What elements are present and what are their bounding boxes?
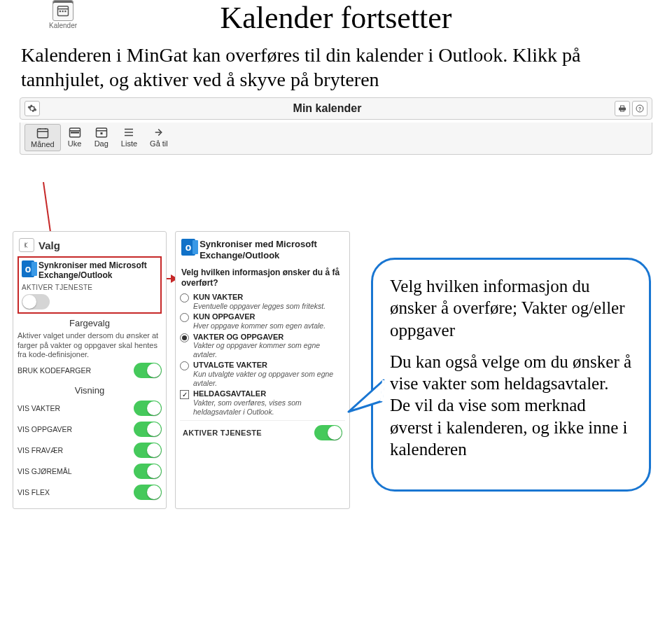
intro-text: Kalenderen i MinGat kan overføres til di… [21, 43, 651, 92]
tab-dag-label: Dag [94, 139, 108, 148]
svg-text:?: ? [638, 106, 641, 111]
calendar-icon [52, 0, 74, 21]
page-title: Kalender fortsetter [42, 0, 630, 36]
tab-maned-label: Måned [31, 140, 55, 148]
callout-tail-icon [345, 373, 387, 425]
radio-icon [180, 361, 189, 370]
vis-oppgaver-toggle[interactable] [134, 422, 162, 437]
svg-rect-16 [100, 132, 102, 134]
sync-options-card: o Synkroniser med Microsoft Exchange/Out… [175, 231, 350, 509]
vis-gjoremal-toggle[interactable] [134, 464, 162, 479]
help-button[interactable]: ? [632, 101, 648, 116]
row-kodefarger: BRUK KODEFARGER [18, 360, 162, 381]
opt-kun-oppgaver[interactable]: KUN OPPGAVER Hver oppgave kommer som ege… [180, 312, 345, 330]
callout-p2: Du kan også velge om du ønsker å vise va… [390, 351, 632, 460]
aktiver-label: AKTIVER TJENESTE [22, 284, 158, 291]
radio-selected-icon [180, 333, 189, 342]
opt-utvalgte-vakter[interactable]: UTVALGTE VAKTER Kun utvalgte vakter og o… [180, 361, 345, 387]
print-icon [618, 104, 626, 113]
vis-gjoremal-label: VIS GJØREMÅL [18, 467, 72, 475]
calendar-toolbar: Min kalender ? [20, 97, 652, 120]
opt-utvalgte-vakter-label: UTVALGTE VAKTER [193, 361, 345, 370]
tab-liste-label: Liste [121, 139, 137, 148]
kalender-launcher: Kalender [49, 0, 77, 29]
calendar-week-icon [68, 126, 82, 139]
aktiver-toggle-on[interactable] [314, 425, 342, 440]
opt-kun-vakter[interactable]: KUN VAKTER Eventuelle oppgaver legges so… [180, 293, 345, 310]
kodefarger-label: BRUK KODEFARGER [18, 366, 91, 375]
print-button[interactable] [615, 101, 630, 116]
options-sync-title: Synkroniser med Microsoft Exchange/Outlo… [200, 239, 344, 260]
fargevalg-desc: Aktiver valget under dersom du ønsker at… [18, 331, 162, 360]
sync-outlook-section[interactable]: o Synkroniser med Microsoft Exchange/Out… [18, 256, 162, 314]
gear-icon [27, 104, 37, 113]
kodefarger-toggle[interactable] [134, 363, 162, 378]
opt-kun-vakter-desc: Eventuelle oppgaver legges som fritekst. [193, 302, 326, 311]
back-icon [22, 241, 31, 249]
callout-p1: Velg hvilken informasjon du ønsker å ove… [390, 275, 632, 341]
outlook-icon: o [22, 260, 34, 277]
fargevalg-title: Fargevalg [18, 318, 162, 328]
tab-uke-label: Uke [68, 139, 82, 148]
radio-icon [180, 293, 189, 302]
tab-dag[interactable]: Dag [89, 124, 114, 151]
sync-title: Synkroniser med Microsoft Exchange/Outlo… [38, 260, 158, 281]
calendar-month-icon [36, 127, 50, 139]
vis-vakter-toggle[interactable] [134, 401, 162, 416]
vis-flex-label: VIS FLEX [18, 488, 50, 496]
callout-bubble: Velg hvilken informasjon du ønsker å ove… [371, 258, 651, 492]
row-vis-oppgaver: VIS OPPGAVER [18, 419, 162, 440]
row-vis-fravaer: VIS FRAVÆR [18, 440, 162, 461]
view-tabs: Måned Uke Dag Liste Gå til [20, 123, 652, 155]
opt-heldagsavtaler-desc: Vakter, som overføres, vises som heldags… [193, 398, 345, 416]
back-button[interactable] [19, 238, 34, 252]
vis-oppgaver-label: VIS OPPGAVER [18, 425, 72, 433]
aktiver-toggle-off[interactable] [22, 294, 50, 309]
outlook-icon: o [181, 239, 195, 256]
calendar-day-icon [94, 126, 108, 139]
vis-vakter-label: VIS VAKTER [18, 404, 60, 412]
radio-icon [180, 313, 189, 322]
opt-vakter-og-oppgaver-label: VAKTER OG OPPGAVER [193, 333, 345, 342]
opt-vakter-og-oppgaver-desc: Vakter og oppgaver kommer som egne avtal… [193, 341, 345, 359]
opt-vakter-og-oppgaver[interactable]: VAKTER OG OPPGAVER Vakter og oppgaver ko… [180, 333, 345, 359]
tab-maned[interactable]: Måned [24, 124, 61, 151]
tab-uke[interactable]: Uke [62, 124, 88, 151]
vis-fravaer-label: VIS FRAVÆR [18, 446, 63, 454]
valg-card: Valg o Synkroniser med Microsoft Exchang… [13, 231, 167, 509]
visning-title: Visning [18, 385, 162, 396]
goto-icon [152, 126, 166, 139]
svg-point-10 [45, 128, 46, 130]
svg-rect-7 [37, 129, 48, 138]
svg-rect-13 [71, 132, 79, 133]
vis-fravaer-toggle[interactable] [134, 443, 162, 458]
tab-gatil[interactable]: Gå til [144, 124, 174, 151]
list-icon [122, 126, 136, 139]
aktiver-row: AKTIVER TJENESTE [180, 420, 345, 445]
opt-heldagsavtaler-label: HELDAGSAVTALER [193, 389, 345, 398]
opt-kun-oppgaver-desc: Hver oppgave kommer som egen avtale. [193, 321, 326, 331]
options-question: Velg hvilken informasjon ønsker du å få … [181, 267, 344, 288]
row-vis-vakter: VIS VAKTER [18, 398, 162, 419]
svg-point-9 [39, 128, 41, 130]
svg-rect-3 [62, 11, 64, 12]
kalender-launcher-label: Kalender [49, 22, 77, 29]
tab-gatil-label: Gå til [150, 139, 168, 148]
svg-rect-2 [59, 11, 61, 12]
svg-rect-4 [64, 11, 66, 12]
gear-button[interactable] [24, 101, 40, 116]
opt-heldagsavtaler[interactable]: ✓ HELDAGSAVTALER Vakter, som overføres, … [180, 389, 345, 416]
vis-flex-toggle[interactable] [134, 485, 162, 500]
row-vis-flex: VIS FLEX [18, 482, 162, 503]
opt-utvalgte-vakter-desc: Kun utvalgte vakter og oppgaver som egne… [193, 370, 345, 387]
row-vis-gjoremal: VIS GJØREMÅL [18, 461, 162, 482]
valg-header: Valg [38, 239, 60, 251]
checkbox-checked-icon: ✓ [180, 390, 189, 399]
opt-kun-vakter-label: KUN VAKTER [193, 293, 326, 302]
tab-liste[interactable]: Liste [115, 124, 143, 151]
opt-kun-oppgaver-label: KUN OPPGAVER [193, 312, 326, 321]
toolbar-title: Min kalender [40, 102, 615, 115]
help-icon: ? [636, 104, 644, 113]
aktiver-label: AKTIVER TJENESTE [183, 429, 262, 437]
